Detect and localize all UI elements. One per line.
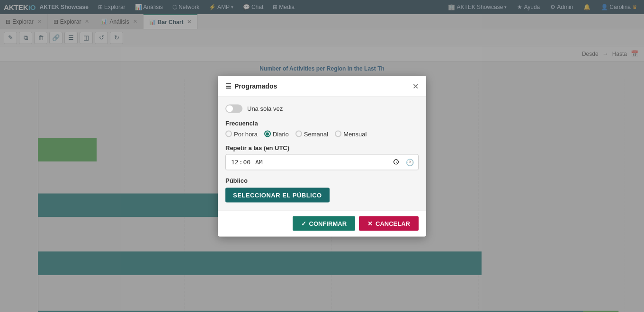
cancel-button[interactable]: ✕ CANCELAR [359,216,419,231]
modal-close-button[interactable]: ✕ [412,81,419,90]
semanal-label: Semanal [304,130,328,137]
modal-header: ☰ Programados ✕ [218,76,426,97]
radio-por-hora[interactable] [225,131,232,137]
modal-body: Una sola vez Frecuencia Por hora Diario … [218,97,426,210]
check-icon: ✓ [301,220,306,227]
option-semanal[interactable]: Semanal [295,130,328,137]
x-icon: ✕ [367,220,373,227]
toggle-label: Una sola vez [247,105,283,112]
confirm-button[interactable]: ✓ CONFIRMAR [293,216,355,231]
select-public-button[interactable]: SELECCIONAR EL PÚBLICO [225,187,330,202]
una-sola-vez-toggle[interactable] [225,104,242,113]
modal-footer: ✓ CONFIRMAR ✕ CANCELAR [218,210,426,236]
programados-modal: ☰ Programados ✕ Una sola vez Frecuencia … [218,76,426,236]
frecuencia-label: Frecuencia [225,119,419,126]
confirm-label: CONFIRMAR [309,220,347,227]
frequency-radio-group: Por hora Diario Semanal Mensual [225,130,419,137]
radio-diario[interactable] [264,131,271,137]
modal-title-area: ☰ Programados [225,82,277,90]
toggle-row: Una sola vez [225,104,419,113]
option-mensual[interactable]: Mensual [335,130,367,137]
cancel-label: CANCELAR [376,220,410,227]
time-input-row: 🕐 [225,154,419,170]
toggle-knob [226,105,233,112]
time-input[interactable] [225,154,419,170]
radio-semanal[interactable] [295,131,302,137]
por-hora-label: Por hora [234,130,258,137]
diario-label: Diario [273,130,289,137]
option-diario[interactable]: Diario [264,130,289,137]
publico-label: Público [225,177,419,184]
clock-icon: 🕐 [406,158,414,166]
repeat-label: Repetir a las (en UTC) [225,144,419,151]
modal-title-text: Programados [234,82,277,90]
programados-icon: ☰ [225,82,232,90]
radio-mensual[interactable] [335,131,341,137]
option-por-hora[interactable]: Por hora [225,130,258,137]
mensual-label: Mensual [343,130,367,137]
